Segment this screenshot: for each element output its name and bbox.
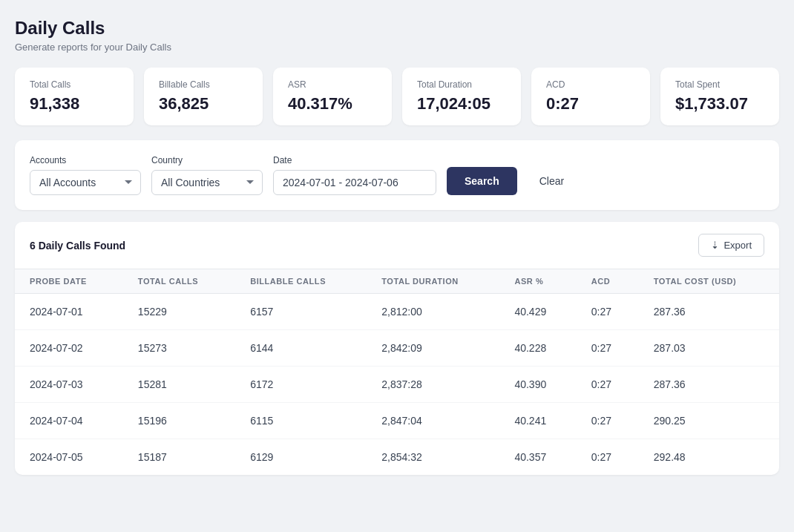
table-cell: 287.03 xyxy=(639,330,779,367)
table-cell: 15273 xyxy=(123,330,235,367)
table-cell: 40.228 xyxy=(499,330,576,367)
table-cell: 6129 xyxy=(235,439,367,476)
stat-card-total-spent: Total Spent $1,733.07 xyxy=(660,68,779,125)
table-cell: 2024-07-02 xyxy=(15,330,123,367)
table-cell: 40.429 xyxy=(499,294,576,330)
export-label: Export xyxy=(724,240,752,251)
stat-value-acd: 0:27 xyxy=(546,94,635,114)
date-input[interactable] xyxy=(273,170,436,195)
filter-section: Accounts All Accounts Country All Countr… xyxy=(15,140,779,210)
table-cell: 0:27 xyxy=(577,330,639,367)
filter-row: Accounts All Accounts Country All Countr… xyxy=(30,155,764,195)
table-cell: 2024-07-03 xyxy=(15,367,123,403)
table-cell: 15196 xyxy=(123,403,235,439)
table-cell: 6172 xyxy=(235,367,367,403)
country-label: Country xyxy=(151,155,263,165)
stat-label-acd: ACD xyxy=(546,79,635,90)
accounts-select[interactable]: All Accounts xyxy=(30,170,141,195)
stat-value-asr: 40.317% xyxy=(288,94,377,114)
table-header: PROBE DATE TOTAL CALLS BILLABLE CALLS TO… xyxy=(15,269,779,294)
stat-value-total-duration: 17,024:05 xyxy=(417,94,506,114)
country-select[interactable]: All Countries xyxy=(151,170,263,195)
stat-card-acd: ACD 0:27 xyxy=(531,68,650,125)
col-asr: ASR % xyxy=(499,269,576,294)
stat-label-total-spent: Total Spent xyxy=(675,79,764,90)
date-label: Date xyxy=(273,155,436,165)
results-count: 6 Daily Calls Found xyxy=(30,240,125,252)
stats-row: Total Calls 91,338 Billable Calls 36,825… xyxy=(15,68,779,125)
table-cell: 0:27 xyxy=(577,439,639,476)
table-cell: 15187 xyxy=(123,439,235,476)
table-row: 2024-07-031528161722,837:2840.3900:27287… xyxy=(15,367,779,403)
table-cell: 287.36 xyxy=(639,294,779,330)
results-header: 6 Daily Calls Found ⇣ Export xyxy=(15,222,779,269)
results-section: 6 Daily Calls Found ⇣ Export PROBE DATE … xyxy=(15,222,779,475)
table-cell: 0:27 xyxy=(577,403,639,439)
col-total-cost: TOTAL COST (USD) xyxy=(639,269,779,294)
stat-card-billable-calls: Billable Calls 36,825 xyxy=(144,68,263,125)
accounts-label: Accounts xyxy=(30,155,141,165)
table-cell: 2,837:28 xyxy=(367,367,499,403)
table-row: 2024-07-011522961572,812:0040.4290:27287… xyxy=(15,294,779,330)
accounts-filter-group: Accounts All Accounts xyxy=(30,155,141,195)
table-cell: 287.36 xyxy=(639,367,779,403)
download-icon: ⇣ xyxy=(711,240,719,251)
table-cell: 2,812:00 xyxy=(367,294,499,330)
table-cell: 6157 xyxy=(235,294,367,330)
col-total-calls: TOTAL CALLS xyxy=(123,269,235,294)
table-cell: 292.48 xyxy=(639,439,779,476)
country-filter-group: Country All Countries xyxy=(151,155,263,195)
stat-label-total-duration: Total Duration xyxy=(417,79,506,90)
table-cell: 2,847:04 xyxy=(367,403,499,439)
clear-button[interactable]: Clear xyxy=(528,167,576,195)
table-cell: 2024-07-05 xyxy=(15,439,123,476)
col-acd: ACD xyxy=(577,269,639,294)
page-subtitle: Generate reports for your Daily Calls xyxy=(15,42,779,53)
stat-value-billable-calls: 36,825 xyxy=(159,94,248,114)
stat-label-asr: ASR xyxy=(288,79,377,90)
table-cell: 0:27 xyxy=(577,294,639,330)
col-total-duration: TOTAL DURATION xyxy=(367,269,499,294)
table-cell: 40.390 xyxy=(499,367,576,403)
table-cell: 15229 xyxy=(123,294,235,330)
table-cell: 2024-07-01 xyxy=(15,294,123,330)
table-cell: 6144 xyxy=(235,330,367,367)
table-cell: 2,842:09 xyxy=(367,330,499,367)
table-cell: 6115 xyxy=(235,403,367,439)
search-button[interactable]: Search xyxy=(447,167,517,195)
table-cell: 0:27 xyxy=(577,367,639,403)
col-billable-calls: BILLABLE CALLS xyxy=(235,269,367,294)
page-title: Daily Calls xyxy=(15,18,779,39)
table-cell: 290.25 xyxy=(639,403,779,439)
date-filter-group: Date xyxy=(273,155,436,195)
data-table: PROBE DATE TOTAL CALLS BILLABLE CALLS TO… xyxy=(15,269,779,475)
table-row: 2024-07-021527361442,842:0940.2280:27287… xyxy=(15,330,779,367)
table-cell: 2024-07-04 xyxy=(15,403,123,439)
table-cell: 2,854:32 xyxy=(367,439,499,476)
table-header-row: PROBE DATE TOTAL CALLS BILLABLE CALLS TO… xyxy=(15,269,779,294)
table-row: 2024-07-041519661152,847:0440.2410:27290… xyxy=(15,403,779,439)
stat-value-total-spent: $1,733.07 xyxy=(675,94,764,114)
table-cell: 15281 xyxy=(123,367,235,403)
stat-card-asr: ASR 40.317% xyxy=(273,68,392,125)
table-cell: 40.357 xyxy=(499,439,576,476)
stat-label-total-calls: Total Calls xyxy=(30,79,119,90)
stat-card-total-duration: Total Duration 17,024:05 xyxy=(402,68,521,125)
stat-card-total-calls: Total Calls 91,338 xyxy=(15,68,134,125)
table-body: 2024-07-011522961572,812:0040.4290:27287… xyxy=(15,294,779,476)
stat-label-billable-calls: Billable Calls xyxy=(159,79,248,90)
stat-value-total-calls: 91,338 xyxy=(30,94,119,114)
col-probe-date: PROBE DATE xyxy=(15,269,123,294)
table-cell: 40.241 xyxy=(499,403,576,439)
table-row: 2024-07-051518761292,854:3240.3570:27292… xyxy=(15,439,779,476)
page-container: Daily Calls Generate reports for your Da… xyxy=(0,0,794,493)
export-button[interactable]: ⇣ Export xyxy=(698,234,764,257)
